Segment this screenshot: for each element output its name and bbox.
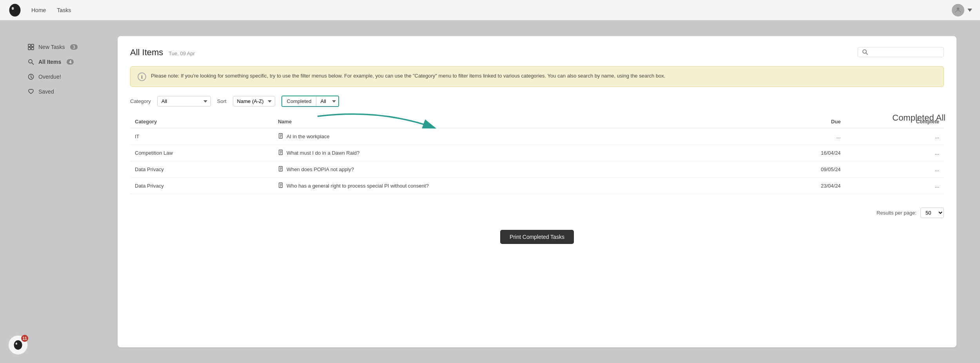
bottom-left-widget[interactable]: 11 bbox=[8, 335, 28, 355]
sidebar-item-label: All Items bbox=[38, 59, 61, 65]
sidebar-item-new-tasks[interactable]: New Tasks 3 bbox=[24, 40, 102, 54]
cell-category: Data Privacy bbox=[130, 178, 273, 194]
cell-due: ... bbox=[757, 128, 845, 145]
clock-icon bbox=[27, 73, 34, 80]
info-box: i Please note: If you're looking for som… bbox=[130, 66, 944, 87]
info-icon: i bbox=[138, 72, 146, 81]
svg-point-1 bbox=[12, 7, 14, 9]
user-avatar[interactable] bbox=[952, 4, 964, 16]
items-table: Category Name Due Complete IT bbox=[130, 116, 944, 194]
cell-category: IT bbox=[130, 128, 273, 145]
sort-select[interactable]: Name (A-Z) Name (Z-A) Due Date bbox=[233, 96, 275, 107]
cell-category: Competition Law bbox=[130, 145, 273, 161]
svg-rect-6 bbox=[31, 47, 34, 50]
category-filter-label: Category bbox=[130, 98, 151, 104]
sidebar-item-label: New Tasks bbox=[38, 44, 65, 50]
all-items-badge: 4 bbox=[67, 59, 74, 65]
svg-line-13 bbox=[866, 53, 867, 54]
doc-icon bbox=[278, 133, 283, 140]
nav-links: Home Tasks bbox=[31, 7, 71, 13]
sidebar: New Tasks 3 All Items 4 Overdue! Saved bbox=[24, 36, 102, 347]
page-date: Tue, 09 Apr bbox=[169, 51, 195, 56]
svg-rect-4 bbox=[31, 44, 34, 47]
cell-complete: ... bbox=[846, 128, 944, 145]
svg-point-31 bbox=[14, 340, 22, 350]
cell-due: 16/04/24 bbox=[757, 145, 845, 161]
cell-name: What must I do in a Dawn Raid? bbox=[273, 145, 757, 161]
table-row: Data Privacy Who has a general right to … bbox=[130, 178, 944, 194]
col-due: Due bbox=[757, 116, 845, 128]
svg-line-8 bbox=[32, 63, 34, 65]
sort-filter-label: Sort bbox=[217, 98, 227, 104]
print-completed-tasks-button[interactable]: Print Completed Tasks bbox=[500, 230, 574, 244]
completed-filter-group: Completed All Yes No bbox=[281, 96, 339, 107]
svg-rect-3 bbox=[28, 44, 31, 47]
nav-tasks[interactable]: Tasks bbox=[57, 7, 71, 13]
page-header: All Items Tue, 09 Apr bbox=[130, 47, 944, 58]
svg-point-0 bbox=[9, 4, 21, 16]
search-box[interactable] bbox=[858, 47, 944, 57]
nav-right bbox=[952, 4, 972, 16]
heart-icon bbox=[27, 88, 34, 95]
top-nav: Home Tasks bbox=[0, 0, 980, 20]
doc-icon bbox=[278, 182, 283, 189]
cell-complete: ... bbox=[846, 178, 944, 194]
doc-icon bbox=[278, 166, 283, 173]
cell-category: Data Privacy bbox=[130, 161, 273, 178]
svg-line-11 bbox=[31, 77, 32, 78]
sidebar-item-saved[interactable]: Saved bbox=[24, 85, 102, 99]
table-header-row: Category Name Due Complete bbox=[130, 116, 944, 128]
category-select[interactable]: All IT Competition Law Data Privacy bbox=[157, 96, 211, 107]
user-dropdown-icon[interactable] bbox=[967, 9, 972, 12]
completed-select[interactable]: All Yes No bbox=[316, 96, 338, 106]
search-icon bbox=[27, 58, 34, 65]
results-per-page-label: Results per page: bbox=[877, 210, 916, 216]
svg-point-32 bbox=[16, 343, 17, 345]
table-row: Competition Law What must I do in a Dawn… bbox=[130, 145, 944, 161]
table-row: IT AI in the workplace ... ... bbox=[130, 128, 944, 145]
new-tasks-badge: 3 bbox=[70, 44, 77, 50]
search-icon bbox=[862, 49, 868, 55]
col-name: Name bbox=[273, 116, 757, 128]
cell-name: Who has a general right to process speci… bbox=[273, 178, 757, 194]
print-button-row: Print Completed Tasks bbox=[130, 230, 944, 244]
svg-rect-5 bbox=[28, 47, 31, 50]
page-title: All Items bbox=[130, 47, 163, 58]
grid-icon bbox=[27, 43, 34, 51]
sidebar-item-all-items[interactable]: All Items 4 bbox=[24, 55, 102, 69]
results-per-page-select[interactable]: 50 25 100 bbox=[920, 208, 944, 218]
table-row: Data Privacy When does POPIA not apply? … bbox=[130, 161, 944, 178]
nav-home[interactable]: Home bbox=[31, 7, 46, 13]
cell-name: AI in the workplace bbox=[273, 128, 757, 145]
cell-complete: ... bbox=[846, 161, 944, 178]
filter-row: Category All IT Competition Law Data Pri… bbox=[130, 96, 944, 107]
main-layout: New Tasks 3 All Items 4 Overdue! Saved bbox=[0, 20, 980, 363]
widget-logo-icon bbox=[13, 340, 24, 350]
cell-complete: ... bbox=[846, 145, 944, 161]
sidebar-item-overdue[interactable]: Overdue! bbox=[24, 70, 102, 84]
notification-badge: 11 bbox=[21, 335, 28, 342]
svg-point-2 bbox=[957, 7, 960, 10]
col-category: Category bbox=[130, 116, 273, 128]
app-logo[interactable] bbox=[8, 3, 22, 17]
sidebar-item-label: Saved bbox=[38, 88, 54, 95]
content-footer: Results per page: 50 25 100 bbox=[130, 204, 944, 218]
sidebar-item-label: Overdue! bbox=[38, 74, 61, 80]
cell-name: When does POPIA not apply? bbox=[273, 161, 757, 178]
completed-filter-label: Completed bbox=[282, 96, 317, 106]
content-panel: All Items Tue, 09 Apr i Please note: If … bbox=[118, 36, 956, 347]
doc-icon bbox=[278, 150, 283, 156]
col-complete: Complete bbox=[846, 116, 944, 128]
cell-due: 23/04/24 bbox=[757, 178, 845, 194]
cell-due: 09/05/24 bbox=[757, 161, 845, 178]
info-text: Please note: If you're looking for somet… bbox=[151, 72, 665, 80]
